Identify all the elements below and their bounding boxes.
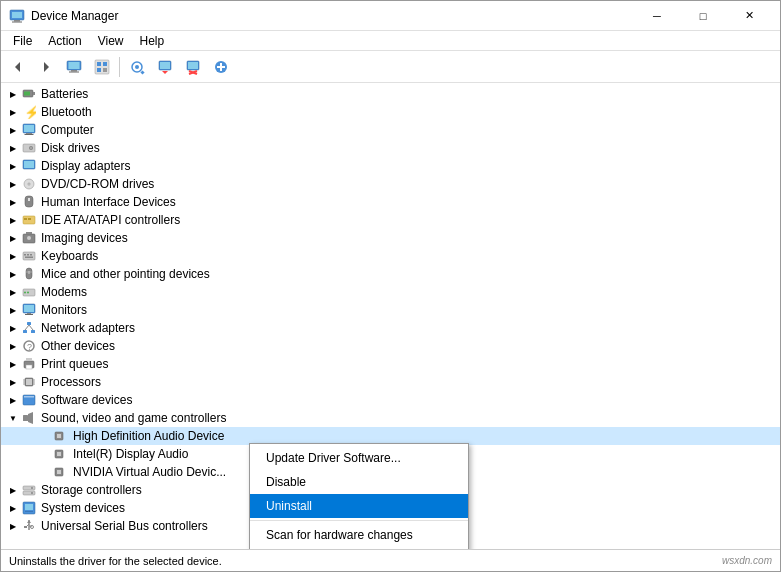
maximize-button[interactable]: □ [680,1,726,31]
close-button[interactable]: ✕ [726,1,772,31]
tree-item-disk-drives[interactable]: Disk drives [1,139,780,157]
computer-properties-button[interactable] [61,54,87,80]
imaging-label: Imaging devices [41,231,780,245]
menu-file[interactable]: File [5,32,40,50]
dvd-label: DVD/CD-ROM drives [41,177,780,191]
keyboard-icon [21,248,37,264]
expand-sound[interactable] [5,410,21,426]
expand-modems[interactable] [5,284,21,300]
status-text: Uninstalls the driver for the selected d… [9,555,222,567]
hid-icon [21,194,37,210]
watermark: wsxdn.com [722,555,772,566]
print-label: Print queues [41,357,780,371]
tree-item-processors[interactable]: Processors [1,373,780,391]
expand-keyboards[interactable] [5,248,21,264]
svg-rect-11 [97,62,101,66]
ctx-scan[interactable]: Scan for hardware changes [250,523,468,547]
svg-rect-92 [57,452,61,456]
expand-other[interactable] [5,338,21,354]
menu-action[interactable]: Action [40,32,89,50]
tree-item-keyboards[interactable]: Keyboards [1,247,780,265]
ide-label: IDE ATA/ATAPI controllers [41,213,780,227]
expand-computer[interactable] [5,122,21,138]
uninstall-button[interactable] [180,54,206,80]
scan-changes-button[interactable] [124,54,150,80]
svg-point-38 [30,147,32,149]
ctx-disable[interactable]: Disable [250,470,468,494]
tree-item-bluetooth[interactable]: ⚡ Bluetooth [1,103,780,121]
expand-ide[interactable] [5,212,21,228]
svg-marker-103 [27,520,31,523]
back-button[interactable] [5,54,31,80]
imaging-icon [21,230,37,246]
svg-rect-90 [57,434,61,438]
expand-system[interactable] [5,500,21,516]
other-label: Other devices [41,339,780,353]
tree-item-monitors[interactable]: Monitors [1,301,780,319]
tree-item-batteries[interactable]: Batteries [1,85,780,103]
expand-processors[interactable] [5,374,21,390]
ctx-uninstall[interactable]: Uninstall [250,494,468,518]
svg-point-16 [135,65,139,69]
monitors-label: Monitors [41,303,780,317]
svg-rect-55 [30,254,32,256]
tree-item-sound[interactable]: Sound, video and game controllers [1,409,780,427]
expand-disk[interactable] [5,140,21,156]
svg-rect-56 [25,257,33,259]
expand-print[interactable] [5,356,21,372]
svg-rect-9 [69,71,79,72]
expand-software[interactable] [5,392,21,408]
modems-label: Modems [41,285,780,299]
tree-item-mice[interactable]: Mice and other pointing devices [1,265,780,283]
title-bar: Device Manager ─ □ ✕ [1,1,780,31]
tree-item-print[interactable]: Print queues [1,355,780,373]
svg-rect-44 [25,196,33,207]
tree-item-imaging[interactable]: Imaging devices [1,229,780,247]
svg-rect-78 [26,379,32,385]
expand-hid[interactable] [5,194,21,210]
batteries-label: Batteries [41,87,780,101]
svg-rect-75 [26,358,32,361]
add-hardware-button[interactable] [208,54,234,80]
expand-network[interactable] [5,320,21,336]
tree-item-display-adapters[interactable]: Display adapters [1,157,780,175]
svg-text:⚡: ⚡ [24,105,36,119]
ctx-update-driver[interactable]: Update Driver Software... [250,446,468,470]
update-driver-button[interactable] [152,54,178,80]
tree-item-hid[interactable]: Human Interface Devices [1,193,780,211]
tree-item-ide[interactable]: IDE ATA/ATAPI controllers [1,211,780,229]
svg-rect-52 [23,252,35,260]
tree-item-other[interactable]: ? Other devices [1,337,780,355]
expand-usb[interactable] [5,518,21,534]
expand-batteries[interactable] [5,86,21,102]
minimize-button[interactable]: ─ [634,1,680,31]
expand-imaging[interactable] [5,230,21,246]
hid-label: Human Interface Devices [41,195,780,209]
tree-item-network[interactable]: Network adapters [1,319,780,337]
expand-dvd[interactable] [5,176,21,192]
disk-drives-label: Disk drives [41,141,780,155]
svg-rect-47 [24,218,27,220]
device-tree[interactable]: Batteries ⚡ Bluetooth Computer [1,83,780,549]
menu-view[interactable]: View [90,32,132,50]
tree-item-computer[interactable]: Computer [1,121,780,139]
tree-item-dvd[interactable]: DVD/CD-ROM drives [1,175,780,193]
expand-mice[interactable] [5,266,21,282]
svg-marker-4 [15,62,20,72]
expand-monitors[interactable] [5,302,21,318]
tree-item-modems[interactable]: Modems [1,283,780,301]
menu-help[interactable]: Help [132,32,173,50]
svg-rect-2 [14,20,20,22]
svg-rect-34 [26,133,32,134]
forward-button[interactable] [33,54,59,80]
tree-item-software[interactable]: Software devices [1,391,780,409]
device-manager-icon-button[interactable] [89,54,115,80]
expand-storage[interactable] [5,482,21,498]
cpu-icon [21,374,37,390]
svg-rect-100 [25,504,33,510]
expand-display[interactable] [5,158,21,174]
processors-label: Processors [41,375,780,389]
expand-bluetooth[interactable] [5,104,21,120]
expand-nvidia-audio [37,464,53,480]
svg-rect-14 [103,68,107,72]
